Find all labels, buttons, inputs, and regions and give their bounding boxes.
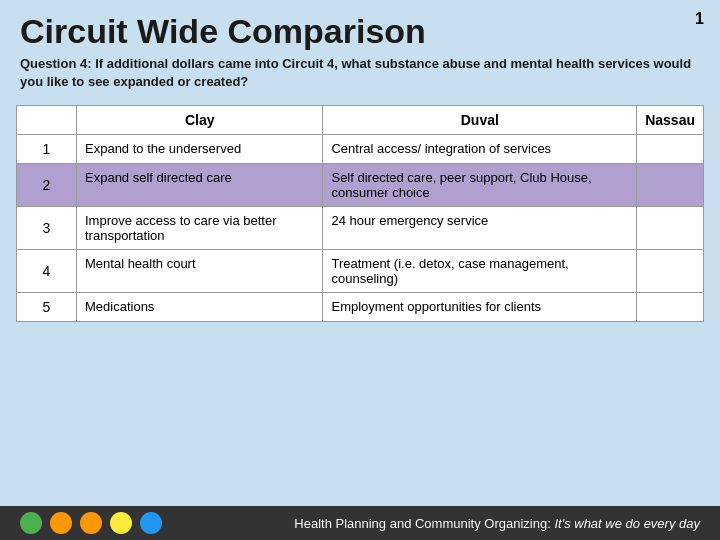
page-title: Circuit Wide Comparison: [0, 0, 720, 55]
table-row: 5MedicationsEmployment opportunities for…: [17, 293, 704, 322]
col-header-nassau: Nassau: [637, 106, 704, 135]
question-text: Question 4: If additional dollars came i…: [0, 55, 720, 101]
col-header-duval: Duval: [323, 106, 637, 135]
footer-static: Health Planning and Community Organizing…: [294, 516, 551, 531]
circle-1: [20, 512, 42, 534]
table-header-row: Clay Duval Nassau: [17, 106, 704, 135]
cell-duval-1: Central access/ integration of services: [323, 135, 637, 164]
footer-circles: [20, 512, 162, 534]
cell-clay-2: Expand self directed care: [77, 164, 323, 207]
cell-nassau-4: [637, 250, 704, 293]
row-number-4: 4: [17, 250, 77, 293]
cell-nassau-3: [637, 207, 704, 250]
row-number-2: 2: [17, 164, 77, 207]
circle-3: [80, 512, 102, 534]
row-number-1: 1: [17, 135, 77, 164]
table-row: 3Improve access to care via better trans…: [17, 207, 704, 250]
table-row: 4Mental health courtTreatment (i.e. deto…: [17, 250, 704, 293]
cell-duval-2: Self directed care, peer support, Club H…: [323, 164, 637, 207]
col-header-clay: Clay: [77, 106, 323, 135]
cell-nassau-5: [637, 293, 704, 322]
circle-2: [50, 512, 72, 534]
comparison-table: Clay Duval Nassau 1Expand to the underse…: [16, 105, 704, 322]
cell-duval-5: Employment opportunities for clients: [323, 293, 637, 322]
table-row: 1Expand to the underservedCentral access…: [17, 135, 704, 164]
page-number: 1: [695, 10, 704, 28]
question-body: : If additional dollars came into Circui…: [20, 56, 691, 89]
footer: Health Planning and Community Organizing…: [0, 506, 720, 540]
cell-duval-3: 24 hour emergency service: [323, 207, 637, 250]
cell-clay-5: Medications: [77, 293, 323, 322]
footer-text: Health Planning and Community Organizing…: [294, 516, 700, 531]
table-row: 2Expand self directed careSelf directed …: [17, 164, 704, 207]
cell-nassau-2: [637, 164, 704, 207]
question-label: Question 4: [20, 56, 87, 71]
cell-duval-4: Treatment (i.e. detox, case management, …: [323, 250, 637, 293]
footer-italic: It's what we do every day: [554, 516, 700, 531]
row-number-5: 5: [17, 293, 77, 322]
row-number-3: 3: [17, 207, 77, 250]
comparison-table-container: Clay Duval Nassau 1Expand to the underse…: [0, 105, 720, 322]
cell-clay-3: Improve access to care via better transp…: [77, 207, 323, 250]
cell-clay-1: Expand to the underserved: [77, 135, 323, 164]
circle-5: [140, 512, 162, 534]
col-header-empty: [17, 106, 77, 135]
cell-clay-4: Mental health court: [77, 250, 323, 293]
circle-4: [110, 512, 132, 534]
cell-nassau-1: [637, 135, 704, 164]
